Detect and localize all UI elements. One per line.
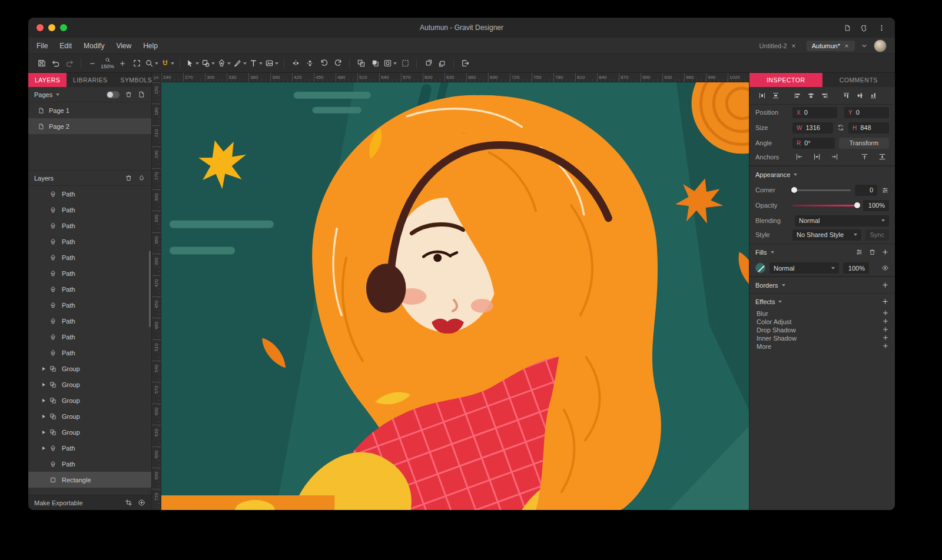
sync-style-button[interactable]: Sync [865, 229, 889, 241]
size-width-field[interactable]: W 1316 [792, 122, 833, 134]
rotate-cw-button[interactable] [331, 56, 345, 71]
image-tool-button[interactable] [264, 56, 280, 71]
align-middle-button[interactable] [853, 90, 867, 102]
expand-arrow-icon[interactable] [40, 399, 47, 402]
menu-item[interactable]: File [37, 42, 48, 50]
boolean-ops-button[interactable] [368, 56, 382, 71]
delete-page-icon[interactable] [125, 91, 132, 98]
save-button[interactable] [34, 56, 48, 71]
inspector-tab[interactable]: INSPECTOR [749, 73, 822, 87]
effect-row[interactable]: Color Adjust [749, 318, 895, 326]
layer-row[interactable]: Path [28, 249, 151, 265]
send-backward-button[interactable] [435, 56, 449, 71]
align-left-button[interactable] [791, 90, 804, 102]
align-top-button[interactable] [840, 90, 853, 102]
user-avatar[interactable] [874, 39, 887, 52]
distribute-horizontal-button[interactable] [755, 90, 769, 102]
add-border-icon[interactable] [881, 281, 889, 289]
angle-field[interactable]: R 0° [792, 138, 835, 149]
artboard-illustration[interactable] [161, 82, 749, 510]
anchor-middle-button[interactable] [875, 151, 889, 163]
distribute-vertical-button[interactable] [769, 90, 782, 102]
delete-fill-icon[interactable] [868, 248, 876, 256]
anchor-right-button[interactable] [828, 151, 841, 163]
zoom-level-control[interactable]: 150% [99, 56, 115, 71]
rotate-ccw-button[interactable] [317, 56, 331, 71]
pages-collapse-caret[interactable] [56, 94, 59, 96]
redo-button[interactable] [62, 56, 77, 71]
menu-item[interactable]: Modify [84, 42, 104, 50]
anchor-top-button[interactable] [858, 151, 871, 163]
zoom-in-button[interactable] [115, 56, 130, 71]
fill-options-icon[interactable] [855, 248, 863, 256]
corner-value-field[interactable]: 0 [855, 185, 877, 196]
delete-layer-icon[interactable] [125, 174, 132, 182]
zoom-window-button[interactable] [60, 24, 67, 31]
add-effect-button[interactable] [882, 342, 889, 351]
group-button[interactable] [354, 56, 368, 71]
anchor-bottom-button[interactable] [893, 151, 895, 163]
zoom-fit-button[interactable] [130, 56, 144, 71]
transform-button[interactable]: Transform [839, 138, 889, 149]
pages-toggle[interactable] [107, 91, 120, 98]
link-dimensions-icon[interactable] [837, 124, 844, 131]
shape-tool-button[interactable] [200, 56, 216, 71]
anchor-left-button[interactable] [792, 151, 806, 163]
align-bottom-button[interactable] [867, 90, 880, 102]
align-center-button[interactable] [804, 90, 818, 102]
bring-forward-button[interactable] [421, 56, 435, 71]
document-icon[interactable] [844, 24, 851, 32]
add-effect-button[interactable] [882, 318, 889, 326]
close-window-button[interactable] [37, 24, 44, 31]
effect-row[interactable]: Blur [749, 309, 895, 318]
layer-row[interactable]: Rectangle [28, 472, 151, 488]
fill-color-swatch[interactable] [755, 263, 765, 273]
panel-tab[interactable]: LIBRARIES [67, 73, 114, 87]
layer-row[interactable]: Group [28, 376, 151, 392]
overflow-menu-icon[interactable] [878, 24, 885, 32]
effects-section-header[interactable]: Effects [749, 293, 895, 309]
minimize-window-button[interactable] [48, 24, 55, 31]
layer-row[interactable]: Path [28, 202, 151, 218]
select-tool-button[interactable] [184, 56, 200, 71]
fills-section-header[interactable]: Fills [749, 244, 895, 260]
layer-row[interactable]: Path [28, 329, 151, 345]
menu-item[interactable]: Help [143, 42, 158, 50]
menu-item[interactable]: Edit [59, 42, 72, 50]
extensions-puzzle-icon[interactable] [861, 24, 868, 32]
expand-arrow-icon[interactable] [40, 383, 47, 386]
layer-row[interactable]: Path [28, 313, 151, 329]
fill-opacity-field[interactable]: 100% [843, 262, 869, 274]
knife-tool-button[interactable] [232, 56, 248, 71]
size-height-field[interactable]: H 848 [848, 122, 889, 134]
flip-horizontal-button[interactable] [288, 56, 303, 71]
layers-scrollbar[interactable] [149, 251, 151, 327]
layer-row[interactable]: Path [28, 186, 151, 202]
effect-row[interactable]: More [749, 342, 895, 351]
fill-blend-select[interactable]: Normal [769, 262, 839, 274]
chevron-down-icon[interactable] [861, 42, 868, 49]
corner-slider[interactable] [792, 189, 851, 191]
corner-options-icon[interactable] [881, 186, 889, 194]
panel-tab[interactable]: LAYERS [28, 73, 67, 87]
close-tab-icon[interactable] [844, 43, 850, 49]
effect-row[interactable]: Drop Shadow [749, 326, 895, 334]
align-right-button[interactable] [818, 90, 831, 102]
add-fill-icon[interactable] [881, 248, 889, 256]
export-slice-icon[interactable] [125, 499, 132, 506]
shared-style-select[interactable]: No Shared Style [792, 229, 861, 241]
layer-row[interactable]: Path [28, 297, 151, 313]
opacity-value-field[interactable]: 100% [863, 200, 889, 211]
anchor-center-h-button[interactable] [810, 151, 824, 163]
layer-row[interactable]: Path [28, 218, 151, 234]
borders-section-header[interactable]: Borders [749, 276, 895, 293]
appearance-section-header[interactable]: Appearance [749, 166, 895, 182]
layer-row[interactable]: Group [28, 392, 151, 408]
inspector-tab[interactable]: COMMENTS [822, 73, 895, 87]
expand-arrow-icon[interactable] [40, 367, 47, 371]
flip-vertical-button[interactable] [303, 56, 317, 71]
zoom-out-button[interactable] [85, 56, 99, 71]
layer-row[interactable]: Group [28, 408, 151, 424]
document-tab[interactable]: Autumun* [807, 41, 855, 51]
expand-arrow-icon[interactable] [40, 431, 47, 434]
